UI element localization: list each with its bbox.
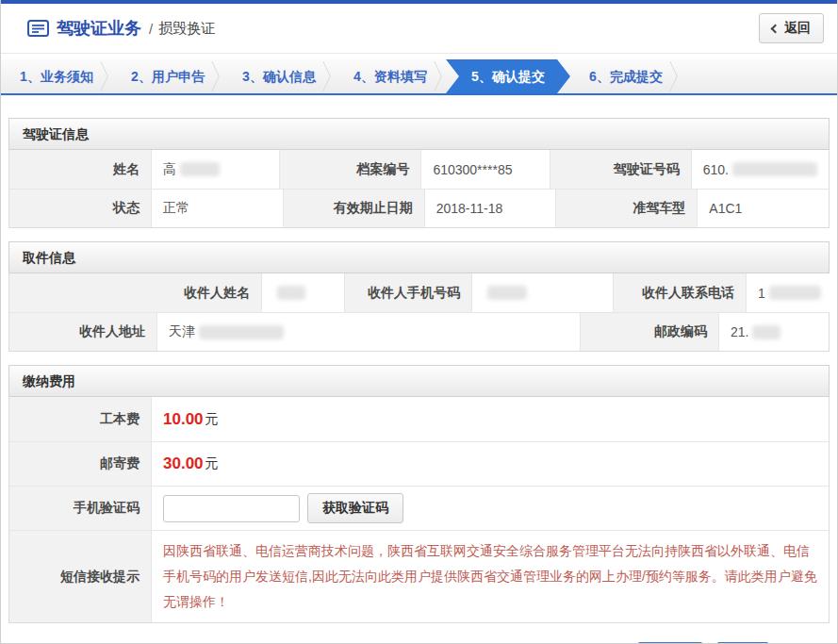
production-fee-unit: 元 [205,411,219,428]
sms-notice-cell: 因陕西省联通、电信运营商技术问题，陕西省互联网交通安全综合服务管理平台无法向持陕… [151,531,829,622]
redacted-value [487,286,527,300]
production-fee-label: 工本费 [9,397,151,441]
captcha-label: 手机验证码 [9,487,151,530]
license-info-section: 驾驶证信息 姓名 高 档案编号 610300****85 驾驶证号码 610. [8,118,830,228]
recipient-phone-label: 收件人联系电话 [613,273,746,312]
table-row: 状态 正常 有效期止日期 2018-11-18 准驾车型 A1C1 [9,189,829,227]
payment-section: 缴纳费用 工本费 10.00 元 邮寄费 30.00 元 [8,365,830,623]
recipient-address-value: 天津 [156,313,580,351]
mailing-fee-unit: 元 [205,455,219,472]
step-user-declaration[interactable]: 2、用户申告 [112,59,223,93]
pickup-info-section: 取件信息 收件人姓名 收件人手机号码 收件人联系电话 1 [8,241,830,352]
table-row: 邮寄费 30.00 元 [9,441,829,486]
redacted-value [752,325,780,339]
step-confirm-info[interactable]: 3、确认信息 [223,59,335,93]
pickup-info-table: 收件人姓名 收件人手机号码 收件人联系电话 1 收件人地址 [8,273,830,352]
file-no-value: 610300****85 [420,150,549,189]
file-no-label: 档案编号 [279,150,420,189]
get-captcha-button[interactable]: 获取验证码 [307,493,403,523]
table-row: 收件人地址 天津 邮政编码 21. [9,312,829,351]
main-content: 驾驶证信息 姓名 高 档案编号 610300****85 驾驶证号码 610. [1,118,837,644]
license-no-value: 610. [691,150,829,189]
captcha-input[interactable] [163,495,300,522]
mailing-fee-amount: 30.00 [163,454,204,473]
license-card-icon [27,20,49,37]
step-progress-bar: 1、业务须知 2、用户申告 3、确认信息 4、资料填写 5、确认提交 6、完成提… [1,59,837,95]
back-chevron-icon [771,25,780,34]
vehicle-class-label: 准驾车型 [555,190,697,227]
step-complete-submit[interactable]: 6、完成提交 [570,59,682,93]
redacted-value [277,286,305,300]
table-row: 短信接收提示 因陕西省联通、电信运营商技术问题，陕西省互联网交通安全综合服务管理… [9,530,829,622]
status-label: 状态 [9,190,151,227]
redacted-value [199,325,284,339]
sms-notice-label: 短信接收提示 [9,531,151,622]
license-no-label: 驾驶证号码 [550,150,691,189]
mailing-fee-value: 30.00 元 [151,442,829,486]
status-value: 正常 [151,190,283,227]
page: 驾驶证业务 / 损毁换证 返回 1、业务须知 2、用户申告 3、确认信息 4、资… [0,0,838,644]
step-fill-info[interactable]: 4、资料填写 [335,59,446,93]
name-label: 姓名 [9,150,151,189]
table-row: 姓名 高 档案编号 610300****85 驾驶证号码 610. [9,150,829,189]
back-button-label: 返回 [784,20,811,37]
table-row: 收件人姓名 收件人手机号码 收件人联系电话 1 [9,273,829,312]
valid-until-value: 2018-11-18 [424,190,556,227]
step-business-notice[interactable]: 1、业务须知 [1,59,112,93]
payment-table: 工本费 10.00 元 邮寄费 30.00 元 手机验证码 [8,397,830,623]
pickup-info-section-title: 取件信息 [8,241,830,273]
redacted-value [180,162,220,176]
vehicle-class-value: A1C1 [697,190,829,227]
recipient-name-label: 收件人姓名 [9,273,261,312]
recipient-address-label: 收件人地址 [9,313,156,351]
redacted-value [732,162,817,176]
license-info-table: 姓名 高 档案编号 610300****85 驾驶证号码 610. 状态 [8,150,830,228]
breadcrumb-separator: / [149,21,153,37]
page-header: 驾驶证业务 / 损毁换证 返回 [1,4,837,54]
license-info-section-title: 驾驶证信息 [8,118,830,150]
sms-notice-text: 因陕西省联通、电信运营商技术问题，陕西省互联网交通安全综合服务管理平台无法向持陕… [163,531,817,622]
redacted-value [769,286,821,300]
recipient-mobile-value [471,273,613,312]
valid-until-label: 有效期止日期 [283,190,424,227]
postal-code-value: 21. [718,313,829,351]
captcha-field-cell: 获取验证码 [151,487,829,530]
recipient-mobile-label: 收件人手机号码 [344,273,471,312]
breadcrumb-current: 损毁换证 [158,20,215,38]
postal-code-label: 邮政编码 [580,313,718,351]
production-fee-amount: 10.00 [163,410,204,429]
table-row: 工本费 10.00 元 [9,397,829,441]
step-confirm-submit-active[interactable]: 5、确认提交 [446,59,570,93]
production-fee-value: 10.00 元 [151,397,829,441]
back-button[interactable]: 返回 [759,13,824,43]
page-title: 驾驶证业务 [57,17,141,40]
recipient-phone-value: 1 [746,273,832,312]
table-row: 手机验证码 获取验证码 [9,486,829,530]
payment-section-title: 缴纳费用 [8,365,830,397]
name-value: 高 [151,150,279,189]
recipient-name-value [261,273,344,312]
mailing-fee-label: 邮寄费 [9,442,151,486]
